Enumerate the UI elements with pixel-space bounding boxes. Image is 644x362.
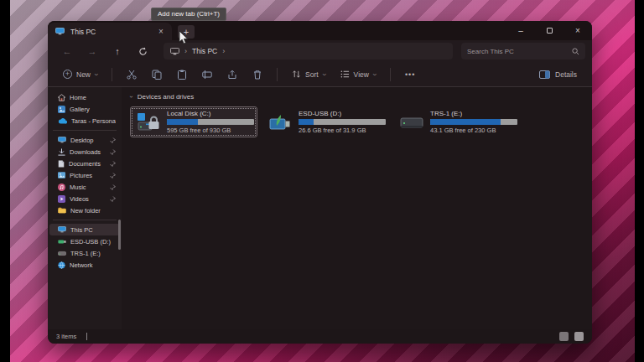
search-input[interactable]: [467, 48, 572, 55]
chevron-down-icon: ›: [127, 96, 135, 98]
sidebar-item-documents[interactable]: Documents: [49, 158, 120, 169]
maximize-button[interactable]: [535, 21, 564, 40]
sidebar-item-downloads[interactable]: Downloads: [49, 146, 120, 158]
new-button[interactable]: + New ›: [56, 65, 104, 84]
breadcrumb-separator[interactable]: ›: [222, 47, 225, 55]
network-icon: [58, 261, 65, 269]
file-explorer-window: This PC × + – × ← → ↑: [48, 21, 592, 344]
search-box[interactable]: [461, 43, 585, 59]
sidebar-item-esd-usb[interactable]: ESD-USB (D:): [49, 235, 120, 247]
this-pc-icon: [58, 226, 66, 233]
drive-esd-usb-d[interactable]: ESD-USB (D:) 26.6 GB free of 31.9 GB: [262, 106, 389, 137]
toolbar-divider: [112, 68, 112, 81]
breadcrumb[interactable]: › This PC ›: [164, 43, 453, 59]
new-tab-tooltip: Add new tab (Ctrl+T): [151, 8, 226, 21]
forward-button[interactable]: →: [81, 43, 103, 59]
up-button[interactable]: ↑: [106, 43, 128, 59]
copy-icon: [152, 70, 162, 80]
details-button[interactable]: Details: [534, 65, 582, 84]
music-icon: [58, 184, 65, 191]
documents-icon: [58, 160, 65, 168]
copy-button[interactable]: [145, 65, 169, 84]
sort-button[interactable]: Sort ›: [285, 65, 332, 84]
pin-icon: [110, 137, 116, 143]
drive-free-space: 595 GB free of 930 GB: [167, 127, 252, 134]
more-options-button[interactable]: •••: [398, 70, 422, 79]
section-title: Devices and drives: [138, 93, 195, 101]
navigation-pane: Home Gallery Taras - Personal: [48, 87, 122, 329]
refresh-button[interactable]: [132, 43, 153, 59]
sidebar-item-label: TRS-1 (E:): [70, 250, 116, 257]
details-view-button[interactable]: [559, 332, 569, 341]
sidebar-item-trs-1[interactable]: TRS-1 (E:): [49, 247, 120, 259]
sidebar-item-desktop[interactable]: Desktop: [49, 134, 120, 146]
view-icon: [340, 70, 350, 79]
view-button[interactable]: View ›: [334, 65, 382, 84]
icons-view-button[interactable]: [574, 332, 584, 341]
command-toolbar: + New ›: [48, 62, 592, 87]
sidebar-divider: [53, 220, 117, 220]
devices-section-header[interactable]: › Devices and drives: [130, 93, 584, 101]
sidebar-item-new-folder[interactable]: New folder: [49, 204, 120, 216]
details-button-label: Details: [555, 70, 577, 79]
status-divider: [86, 333, 87, 340]
cut-button[interactable]: [120, 65, 143, 84]
minimize-button[interactable]: –: [506, 21, 535, 40]
content-pane: › Devices and drives: [122, 87, 592, 329]
capacity-bar: [299, 119, 386, 125]
videos-icon: [58, 195, 65, 203]
sidebar-item-network[interactable]: Network: [49, 259, 120, 271]
drive-trs-1-e[interactable]: TRS-1 (E:) 43.1 GB free of 230 GB: [393, 106, 521, 137]
sidebar-item-label: Home: [70, 94, 116, 101]
sidebar-item-label: Gallery: [70, 106, 116, 113]
sidebar-item-this-pc[interactable]: This PC: [49, 224, 120, 235]
hard-drive-icon: [58, 251, 66, 256]
capacity-bar-fill: [167, 119, 198, 125]
share-button[interactable]: [221, 65, 244, 84]
breadcrumb-item-this-pc[interactable]: This PC: [192, 47, 217, 55]
sidebar-item-label: Network: [70, 261, 116, 269]
chevron-down-icon: ›: [319, 73, 328, 75]
tab-bar: This PC × + – ×: [48, 21, 592, 40]
drive-local-disk-c[interactable]: Local Disk (C:) 595 GB free of 930 GB: [130, 106, 257, 137]
tab-close-icon[interactable]: ×: [155, 26, 167, 38]
sidebar-item-pictures[interactable]: Pictures: [49, 169, 120, 181]
pin-icon: [110, 196, 116, 202]
sidebar-item-label: Documents: [69, 160, 106, 168]
onedrive-cloud-icon: [58, 118, 67, 124]
toolbar-divider: [277, 68, 278, 81]
sidebar-item-label: New folder: [70, 207, 116, 215]
paste-icon: [177, 70, 187, 80]
desktop-icon: [58, 137, 66, 143]
back-button[interactable]: ←: [56, 43, 78, 59]
paste-button[interactable]: [170, 65, 194, 84]
sidebar-item-videos[interactable]: Videos: [49, 193, 120, 204]
item-count: 3 items: [56, 333, 76, 340]
sidebar-scrollbar[interactable]: [118, 220, 121, 250]
delete-button[interactable]: [246, 65, 269, 84]
folder-icon: [58, 207, 66, 214]
close-button[interactable]: ×: [564, 21, 592, 40]
scissors-icon: [127, 70, 137, 80]
pin-icon: [110, 161, 116, 167]
sidebar-item-music[interactable]: Music: [49, 181, 120, 193]
sidebar-item-gallery[interactable]: Gallery: [49, 103, 120, 115]
chevron-down-icon: ›: [92, 73, 101, 75]
drive-list: Local Disk (C:) 595 GB free of 930 GB: [130, 106, 584, 137]
share-icon: [227, 70, 237, 80]
sidebar-item-label: Pictures: [70, 172, 106, 179]
refresh-icon: [138, 47, 148, 56]
this-pc-icon: [55, 28, 65, 35]
drive-name: TRS-1 (E:): [430, 110, 515, 117]
external-drive-icon: [399, 115, 424, 130]
explorer-body: Home Gallery Taras - Personal: [48, 87, 592, 329]
tab-this-pc[interactable]: This PC ×: [48, 23, 172, 40]
usb-drive-icon: [58, 239, 66, 245]
sidebar-item-label: Taras - Personal: [71, 117, 116, 125]
sidebar-item-onedrive-personal[interactable]: Taras - Personal: [49, 115, 120, 127]
capacity-bar-fill: [430, 119, 501, 125]
drive-free-space: 26.6 GB free of 31.9 GB: [299, 127, 383, 134]
rename-button[interactable]: [195, 65, 219, 84]
sidebar-item-home[interactable]: Home: [49, 91, 120, 103]
sort-icon: [292, 70, 301, 79]
